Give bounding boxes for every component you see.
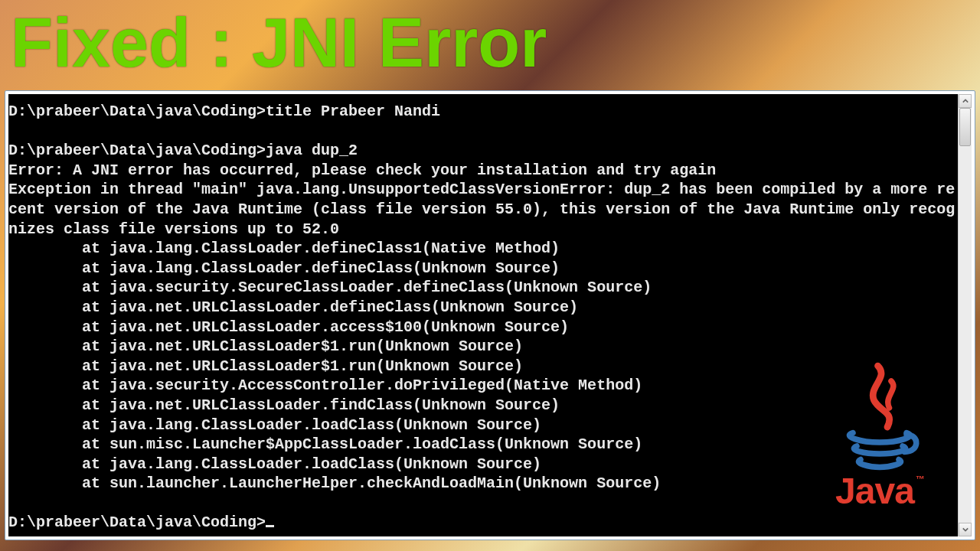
scroll-track[interactable] bbox=[959, 108, 972, 523]
terminal-output[interactable]: D:\prabeer\Data\java\Coding>title Prabee… bbox=[8, 94, 958, 536]
error-message: Error: A JNI error has occurred, please … bbox=[8, 161, 955, 238]
prompt-line-2: D:\prabeer\Data\java\Coding>java dup_2 bbox=[8, 142, 358, 159]
scroll-down-button[interactable] bbox=[959, 523, 972, 536]
chevron-down-icon bbox=[962, 527, 969, 533]
terminal-cursor bbox=[266, 525, 274, 527]
stack-trace: at java.lang.ClassLoader.defineClass1(Na… bbox=[8, 240, 661, 492]
scrollbar-vertical[interactable] bbox=[958, 94, 972, 536]
chevron-up-icon bbox=[962, 98, 969, 104]
headline-text: Fixed : JNI Error bbox=[11, 4, 547, 83]
terminal-window: D:\prabeer\Data\java\Coding>title Prabee… bbox=[5, 90, 975, 540]
scroll-thumb[interactable] bbox=[959, 108, 971, 146]
scroll-up-button[interactable] bbox=[959, 94, 972, 108]
prompt-line-3: D:\prabeer\Data\java\Coding> bbox=[8, 514, 266, 531]
headline-banner: Fixed : JNI Error bbox=[0, 0, 980, 86]
prompt-line-1: D:\prabeer\Data\java\Coding>title Prabee… bbox=[8, 103, 440, 120]
